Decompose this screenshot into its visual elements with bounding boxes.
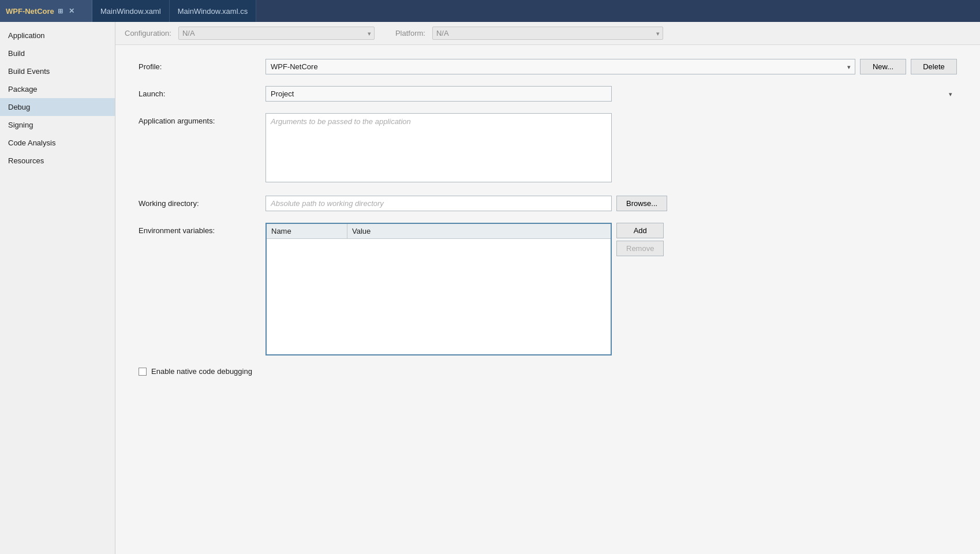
delete-button[interactable]: Delete xyxy=(911,59,957,74)
launch-control: Project xyxy=(265,86,957,102)
env-col-value-header: Value xyxy=(347,224,611,238)
tab-bar: WPF-NetCore ⊞ ✕ MainWindow.xaml MainWind… xyxy=(0,0,980,22)
platform-label: Platform: xyxy=(395,29,425,38)
main-layout: Application Build Build Events Package D… xyxy=(0,22,980,554)
remove-button[interactable]: Remove xyxy=(616,241,664,256)
working-dir-input[interactable] xyxy=(265,196,612,211)
launch-row: Launch: Project xyxy=(139,86,957,102)
sidebar-item-resources[interactable]: Resources xyxy=(0,152,115,170)
config-bar: Configuration: N/A Platform: N/A xyxy=(115,22,980,45)
profile-control: WPF-NetCore New... Delete xyxy=(265,59,957,74)
sidebar-item-build[interactable]: Build xyxy=(0,44,115,62)
sidebar-item-application[interactable]: Application xyxy=(0,27,115,44)
env-table: Name Value xyxy=(265,223,612,355)
add-button[interactable]: Add xyxy=(616,223,664,238)
profile-row: Profile: WPF-NetCore New... Delete xyxy=(139,59,957,74)
sidebar-item-build-events[interactable]: Build Events xyxy=(0,62,115,80)
env-col-name-header: Name xyxy=(267,224,347,238)
launch-select[interactable]: Project xyxy=(265,86,612,102)
app-args-textarea[interactable] xyxy=(265,113,612,182)
platform-select-wrap: N/A xyxy=(432,27,663,40)
tab-mainwindow-xaml[interactable]: MainWindow.xaml xyxy=(92,0,170,22)
configuration-select-wrap: N/A xyxy=(178,27,375,40)
native-debug-checkbox[interactable] xyxy=(139,368,147,376)
pin-icon: ⊞ xyxy=(58,8,63,15)
new-button[interactable]: New... xyxy=(860,59,906,74)
working-dir-row: Working directory: Browse... xyxy=(139,196,957,211)
sidebar-item-package[interactable]: Package xyxy=(0,80,115,98)
configuration-label: Configuration: xyxy=(125,29,171,38)
launch-label: Launch: xyxy=(139,86,265,98)
project-tab-label: WPF-NetCore xyxy=(6,7,54,16)
native-debug-label: Enable native code debugging xyxy=(151,367,252,376)
sidebar-item-signing[interactable]: Signing xyxy=(0,116,115,134)
profile-select-wrap: WPF-NetCore xyxy=(265,59,855,74)
app-args-row: Application arguments: xyxy=(139,113,957,184)
launch-select-wrap: Project xyxy=(265,86,957,102)
project-tab[interactable]: WPF-NetCore ⊞ ✕ xyxy=(0,0,92,22)
form-area: Profile: WPF-NetCore New... Delete xyxy=(115,45,980,554)
close-icon[interactable]: ✕ xyxy=(69,7,74,15)
profile-label: Profile: xyxy=(139,59,265,71)
sidebar-item-debug[interactable]: Debug xyxy=(0,98,115,116)
env-vars-label: Environment variables: xyxy=(139,223,265,235)
env-table-body[interactable] xyxy=(267,239,611,354)
profile-select[interactable]: WPF-NetCore xyxy=(265,59,855,74)
platform-select[interactable]: N/A xyxy=(432,27,663,40)
browse-button[interactable]: Browse... xyxy=(616,196,667,211)
sidebar-item-code-analysis[interactable]: Code Analysis xyxy=(0,134,115,152)
working-dir-label: Working directory: xyxy=(139,196,265,208)
configuration-select[interactable]: N/A xyxy=(178,27,375,40)
app-args-label: Application arguments: xyxy=(139,113,265,125)
native-debug-row: Enable native code debugging xyxy=(139,367,957,376)
content-area: Configuration: N/A Platform: N/A Profile… xyxy=(115,22,980,554)
sidebar: Application Build Build Events Package D… xyxy=(0,22,115,554)
env-table-header: Name Value xyxy=(267,224,611,239)
env-vars-row: Environment variables: Name Value Add xyxy=(139,223,957,355)
tab-mainwindow-xaml-cs[interactable]: MainWindow.xaml.cs xyxy=(170,0,256,22)
app-args-control xyxy=(265,113,957,184)
env-buttons: Add Remove xyxy=(616,223,664,256)
env-vars-control: Name Value Add Remove xyxy=(265,223,957,355)
working-dir-control: Browse... xyxy=(265,196,957,211)
